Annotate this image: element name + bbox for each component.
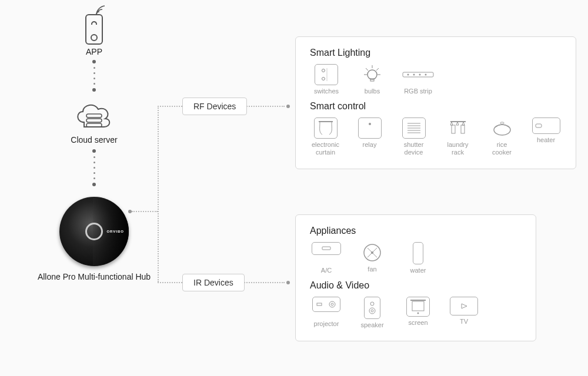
audio-video-title: Audio & Video [310,280,522,291]
svg-point-19 [369,123,371,125]
svg-point-3 [322,69,325,72]
rice-cooker-icon [490,118,514,139]
smart-control-title: Smart control [310,101,562,112]
svg-point-28 [494,125,510,135]
ir-panel: Appliances A/C fan water Audio & Video p… [295,214,536,341]
item-heater: heater [530,118,562,156]
hub-device-icon: ORVIBO [59,197,129,266]
appliances-row: A/C fan water [310,242,522,274]
svg-rect-26 [452,125,455,133]
connector-cloud-hub [93,149,95,186]
item-label: switches [314,88,339,95]
item-label: RGB strip [404,88,432,95]
audio-video-row: projector speaker screen TV [310,297,522,329]
item-label: projector [314,320,339,328]
water-icon [413,242,423,264]
svg-rect-27 [461,125,465,133]
connector-dot [286,281,290,284]
app-block: APP [79,5,109,56]
svg-rect-41 [412,301,424,311]
bulb-icon [360,64,384,85]
cloud-block: Cloud server [71,100,117,145]
item-electronic-curtain: electronic curtain [310,118,341,156]
smart-lighting-row: switches bulbs RGB strip [310,64,562,95]
svg-point-34 [329,301,335,307]
cloud-label: Cloud server [71,135,117,145]
rf-panel: Smart Lighting switches bulbs RGB strip … [295,36,576,169]
laundry-rack-icon [446,118,470,139]
item-bulbs: bulbs [356,64,389,95]
svg-point-17 [425,74,427,76]
svg-point-6 [368,70,377,79]
svg-rect-36 [317,303,322,306]
item-label: heater [537,136,555,144]
tv-icon [450,297,478,315]
item-label: water [410,267,426,274]
svg-point-37 [370,302,374,306]
svg-rect-30 [536,124,542,127]
svg-point-39 [371,310,373,312]
item-screen: screen [402,297,435,329]
item-projector: projector [310,297,343,329]
appliances-title: Appliances [310,226,522,236]
item-label: fan [368,266,376,273]
item-label: laundry rack [442,141,473,156]
fan-icon [360,242,384,263]
item-water: water [402,242,435,274]
item-laundry-rack: laundry rack [442,118,473,156]
item-label: screen [408,319,427,327]
item-switches: switches [310,64,343,95]
svg-rect-1 [86,119,102,122]
item-speaker: speaker [356,297,389,329]
screen-icon [406,297,430,317]
item-label: A/C [321,267,332,274]
connector-line [132,211,158,212]
connector-app-cloud [93,60,95,92]
item-label: rice cooker [486,141,517,156]
app-label: APP [86,47,102,56]
svg-point-42 [417,313,419,314]
phone-icon [85,14,103,45]
connector-line [158,106,159,282]
curtain-icon [314,118,338,139]
svg-point-4 [322,78,325,80]
shutter-icon [402,118,426,139]
item-label: bulbs [365,88,380,95]
item-label: electronic curtain [310,141,341,156]
svg-rect-0 [86,114,102,118]
item-rgb-strip: RGB strip [402,64,435,95]
rf-devices-tag: RF Devices [182,98,247,115]
item-label: shutter device [398,141,429,156]
svg-point-38 [369,308,375,314]
svg-point-35 [331,303,333,306]
svg-rect-29 [500,122,504,124]
connector-dot [286,105,290,108]
relay-icon [358,118,382,139]
ir-devices-tag: IR Devices [182,274,245,291]
item-relay: relay [354,118,385,156]
connector-line [242,282,285,283]
svg-line-12 [376,68,379,70]
projector-icon [312,297,340,312]
rgb-strip-icon [402,64,435,85]
smart-lighting-title: Smart Lighting [310,48,562,58]
item-rice-cooker: rice cooker [486,118,517,156]
hub-brand: ORVIBO [106,230,124,233]
connector-line [158,282,182,283]
smart-control-row: electronic curtain relay shutter device … [310,118,562,156]
hub-label: Allone Pro Multi-functional Hub [38,272,151,281]
left-column: APP Cloud server ORVIBO Allone Pro Multi… [35,5,153,281]
heater-icon [532,118,560,134]
cloud-icon [72,100,116,135]
item-label: speaker [360,321,383,329]
item-shutter-device: shutter device [398,118,429,156]
connector-line [242,106,285,107]
item-label: TV [460,318,468,325]
hub-block: ORVIBO Allone Pro Multi-functional Hub [38,197,151,281]
svg-point-14 [407,74,409,76]
ac-icon [312,242,341,255]
svg-rect-31 [322,247,330,250]
item-label: relay [363,141,377,149]
svg-point-15 [413,74,415,76]
svg-point-33 [371,251,373,254]
